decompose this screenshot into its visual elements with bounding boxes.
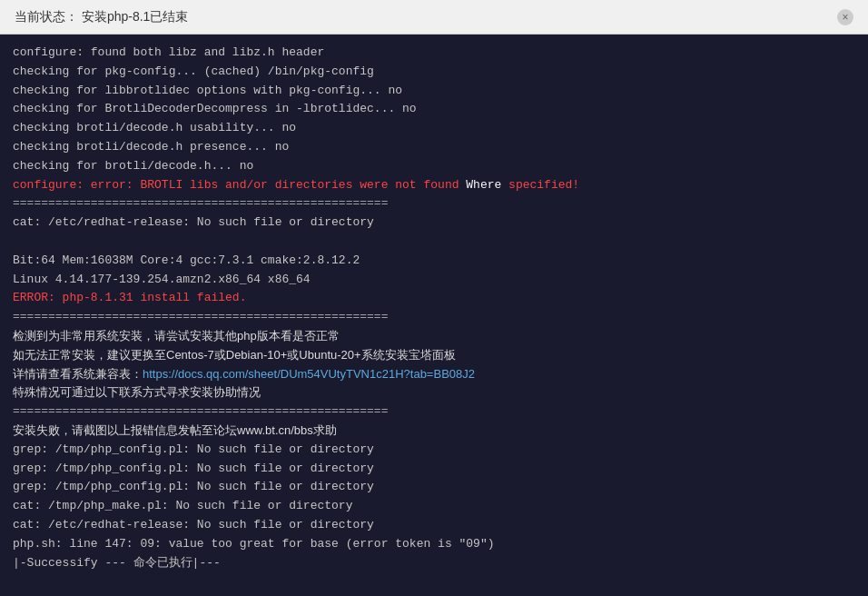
terminal-line: configure: found both libz and libz.h he… — [13, 44, 855, 63]
terminal-line: 详情请查看系统兼容表：https://docs.qq.com/sheet/DUm… — [13, 365, 855, 384]
terminal-line: checking for BrotliDecoderDecompress in … — [13, 100, 855, 119]
terminal-line: php.sh: line 147: 09: value too great fo… — [13, 535, 855, 554]
terminal-line: ERROR: php-8.1.31 install failed. — [13, 289, 855, 308]
terminal-line: checking brotli/decode.h presence... no — [13, 138, 855, 157]
terminal-line: ========================================… — [13, 402, 855, 422]
terminal-line: checking for libbrotlidec options with p… — [13, 82, 855, 101]
terminal-line: 如无法正常安装，建议更换至Centos-7或Debian-10+或Ubuntu-… — [13, 346, 855, 365]
terminal-line: 特殊情况可通过以下联系方式寻求安装协助情况 — [13, 383, 855, 402]
url-link: https://docs.qq.com/sheet/DUm54VUtyTVN1c… — [143, 367, 475, 381]
terminal-line: Linux 4.14.177-139.254.amzn2.x86_64 x86_… — [13, 271, 855, 290]
terminal-line: grep: /tmp/php_config.pl: No such file o… — [13, 441, 855, 460]
terminal-line: cat: /etc/redhat-release: No such file o… — [13, 214, 855, 233]
title-bar: 当前状态： 安装php-8.1已结束 × — [0, 0, 868, 35]
terminal-line: ========================================… — [13, 308, 855, 327]
terminal-line: ========================================… — [13, 194, 855, 214]
main-window: 当前状态： 安装php-8.1已结束 × configure: found bo… — [0, 0, 868, 596]
close-button[interactable]: × — [837, 9, 853, 25]
terminal-line: cat: /etc/redhat-release: No such file o… — [13, 516, 855, 535]
terminal-line: configure: error: BROTLI libs and/or dir… — [13, 176, 855, 195]
terminal-line: grep: /tmp/php_config.pl: No such file o… — [13, 460, 855, 479]
status-value: 安装php-8.1已结束 — [82, 9, 188, 24]
terminal-line: |-Successify --- 命令已执行|--- — [13, 554, 855, 573]
terminal-output: configure: found both libz and libz.h he… — [0, 35, 868, 596]
terminal-line: cat: /tmp/php_make.pl: No such file or d… — [13, 497, 855, 516]
terminal-line: checking brotli/decode.h usability... no — [13, 119, 855, 138]
terminal-line: grep: /tmp/php_config.pl: No such file o… — [13, 478, 855, 497]
terminal-line: 安装失败，请截图以上报错信息发帖至论坛www.bt.cn/bbs求助 — [13, 422, 855, 441]
terminal-line: checking for brotli/decode.h... no — [13, 157, 855, 176]
title-text: 当前状态： 安装php-8.1已结束 — [15, 9, 188, 25]
status-label: 当前状态： — [15, 9, 78, 24]
terminal-line: Bit:64 Mem:16038M Core:4 gcc:7.3.1 cmake… — [13, 252, 855, 271]
terminal-line: checking for pkg-config... (cached) /bin… — [13, 63, 855, 82]
highlight-where: Where — [466, 178, 501, 192]
terminal-line — [13, 233, 855, 252]
terminal-line: 检测到为非常用系统安装，请尝试安装其他php版本看是否正常 — [13, 327, 855, 346]
